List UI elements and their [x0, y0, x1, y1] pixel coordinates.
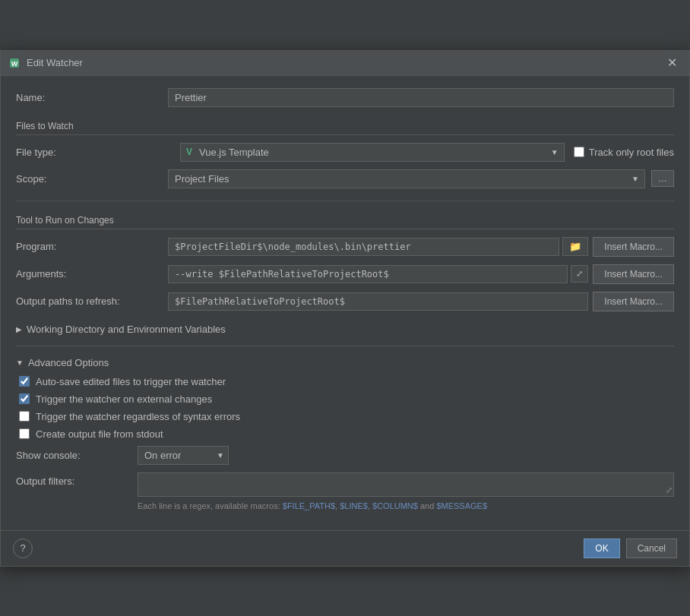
output-filters-label: Output filters: — [16, 472, 138, 487]
track-only-root-wrap: Track only root files — [574, 147, 674, 158]
macro-line: $LINE$ — [340, 501, 368, 510]
tool-to-run-header: Tool to Run on Changes — [16, 215, 674, 229]
svg-text:W: W — [11, 60, 18, 68]
name-row: Name: — [16, 88, 674, 107]
dialog-title: Edit Watcher — [27, 57, 83, 68]
show-console-dropdown-wrap: On error Always Never ▼ — [138, 446, 229, 465]
file-type-row: File type: V Vue.js Template JavaScript … — [16, 143, 674, 162]
advanced-options-header[interactable]: ▼ Advanced Options — [16, 357, 674, 368]
output-paths-label: Output paths to refresh: — [16, 295, 168, 307]
working-directory-section[interactable]: ▶ Working Directory and Environment Vari… — [16, 324, 674, 335]
program-insert-macro-button[interactable]: Insert Macro... — [593, 237, 674, 257]
program-row: Program: 📁 Insert Macro... — [16, 237, 674, 257]
output-filters-expand-button[interactable]: ⤢ — [666, 485, 673, 495]
auto-save-label: Auto-save edited files to trigger the wa… — [36, 376, 226, 387]
arguments-input[interactable] — [168, 265, 568, 283]
create-output-row: Create output file from stdout — [16, 428, 674, 440]
show-console-label: Show console: — [16, 450, 138, 461]
program-input[interactable] — [168, 238, 559, 256]
close-button[interactable]: ✕ — [663, 55, 682, 71]
trigger-syntax-label: Trigger the watcher regardless of syntax… — [36, 411, 240, 422]
trigger-external-checkbox[interactable] — [19, 393, 30, 404]
name-label: Name: — [16, 92, 168, 103]
working-directory-label: Working Directory and Environment Variab… — [27, 324, 226, 335]
track-only-root-label: Track only root files — [589, 147, 674, 158]
working-directory-arrow: ▶ — [16, 325, 22, 333]
macro-file-path: $FILE_PATH$ — [283, 501, 335, 510]
title-bar-left: W Edit Watcher — [8, 57, 83, 69]
create-output-label: Create output file from stdout — [36, 428, 163, 440]
advanced-options-section: ▼ Advanced Options Auto-save edited file… — [16, 357, 674, 518]
trigger-external-row: Trigger the watcher on external changes — [16, 393, 674, 405]
show-console-row: Show console: On error Always Never ▼ — [16, 446, 674, 465]
title-bar: W Edit Watcher ✕ — [1, 51, 689, 76]
scope-controls: Project Files All Places Module Files ▼ … — [168, 169, 674, 188]
program-input-wrap: 📁 — [168, 237, 588, 256]
trigger-syntax-checkbox[interactable] — [19, 411, 30, 422]
show-console-select[interactable]: On error Always Never — [138, 446, 229, 465]
create-output-checkbox[interactable] — [19, 428, 30, 439]
output-filters-wrap: ⤢ — [138, 472, 674, 497]
track-only-root-checkbox[interactable] — [574, 147, 584, 157]
footer-left: ? — [13, 539, 33, 558]
scope-row: Scope: Project Files All Places Module F… — [16, 169, 674, 188]
scope-select[interactable]: Project Files All Places Module Files — [168, 169, 645, 188]
output-paths-input-wrap — [168, 292, 588, 311]
watcher-icon: W — [8, 57, 21, 69]
dialog-body: Name: Files to Watch File type: V Vue.js… — [1, 76, 689, 530]
help-button[interactable]: ? — [13, 539, 33, 558]
arguments-row: Arguments: ⤢ Insert Macro... — [16, 264, 674, 284]
arguments-input-wrap: ⤢ — [168, 265, 588, 283]
program-browse-button[interactable]: 📁 — [562, 237, 588, 256]
file-type-label: File type: — [16, 147, 168, 158]
file-type-select[interactable]: Vue.js Template JavaScript TypeScript — [180, 143, 565, 162]
program-label: Program: — [16, 241, 168, 252]
hint-text: Each line is a regex, available macros: … — [16, 501, 674, 510]
files-to-watch-header: Files to Watch — [16, 121, 674, 135]
trigger-syntax-row: Trigger the watcher regardless of syntax… — [16, 411, 674, 422]
trigger-external-label: Trigger the watcher on external changes — [36, 393, 212, 405]
output-paths-input[interactable] — [168, 292, 588, 311]
scope-label: Scope: — [16, 173, 168, 185]
cancel-button[interactable]: Cancel — [626, 539, 677, 558]
file-type-dropdown-wrap: V Vue.js Template JavaScript TypeScript … — [180, 143, 565, 162]
name-input[interactable] — [168, 88, 674, 107]
output-paths-insert-macro-button[interactable]: Insert Macro... — [593, 292, 674, 311]
advanced-options-arrow: ▼ — [16, 359, 24, 367]
output-filters-row: Output filters: ⤢ — [16, 472, 674, 497]
macro-column: $COLUMN$ — [372, 501, 418, 510]
divider-1 — [16, 201, 674, 201]
dialog-footer: ? OK Cancel — [1, 530, 689, 566]
scope-browse-button[interactable]: … — [651, 170, 674, 187]
divider-2 — [16, 346, 674, 346]
footer-right: OK Cancel — [584, 539, 677, 558]
scope-dropdown-wrap: Project Files All Places Module Files ▼ — [168, 169, 645, 188]
arguments-expand-button[interactable]: ⤢ — [571, 265, 588, 283]
auto-save-row: Auto-save edited files to trigger the wa… — [16, 376, 674, 387]
macro-message: $MESSAGE$ — [436, 501, 487, 510]
output-filters-input[interactable] — [138, 472, 674, 497]
advanced-options-label: Advanced Options — [28, 357, 109, 368]
auto-save-checkbox[interactable] — [19, 376, 30, 387]
output-paths-row: Output paths to refresh: Insert Macro... — [16, 292, 674, 311]
arguments-insert-macro-button[interactable]: Insert Macro... — [593, 264, 674, 284]
edit-watcher-dialog: W Edit Watcher ✕ Name: Files to Watch Fi… — [0, 50, 690, 567]
arguments-label: Arguments: — [16, 268, 168, 280]
ok-button[interactable]: OK — [584, 539, 619, 558]
file-type-controls: V Vue.js Template JavaScript TypeScript … — [180, 143, 674, 162]
